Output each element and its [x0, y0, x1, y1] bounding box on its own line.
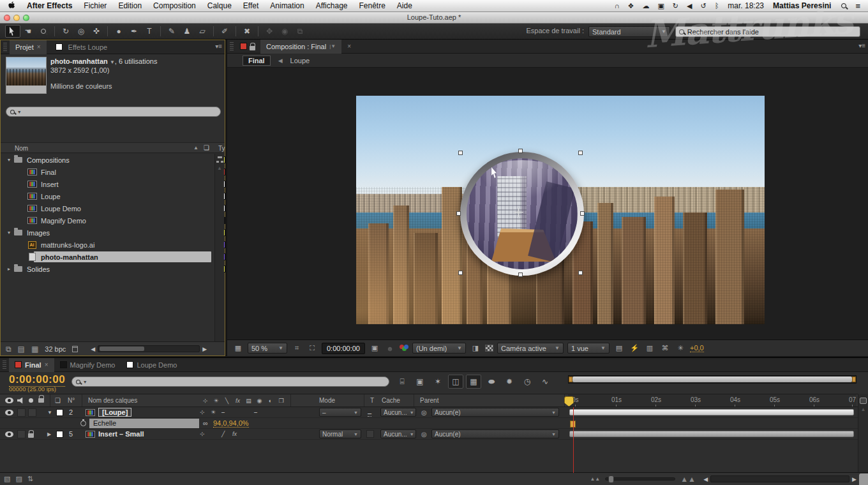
- sync-icon[interactable]: ↻: [673, 2, 678, 10]
- parent-pickwhip-icon[interactable]: ◎: [421, 429, 427, 439]
- matte-column[interactable]: Cache: [382, 394, 400, 407]
- property-name[interactable]: Echelle: [89, 418, 199, 428]
- brush-tool[interactable]: ✎: [164, 25, 179, 38]
- tree-item-compositions[interactable]: ▾Compositions: [1, 154, 215, 166]
- panel-grip[interactable]: [230, 42, 234, 51]
- timeline-tab-final[interactable]: Final×: [9, 358, 54, 372]
- bluetooth-icon[interactable]: ᛒ: [715, 2, 719, 10]
- layer-name[interactable]: Insert – Small: [98, 429, 144, 439]
- layer-row-loupe[interactable]: ▼ 2 [Loupe] ⊹ ☀ – – –▼ – Aucun...▼ ◎ Auc…: [0, 407, 868, 418]
- resolution-dropdown[interactable]: (Un demi)▼: [412, 343, 466, 354]
- zoom-slider[interactable]: [605, 477, 675, 481]
- layer-name[interactable]: [Loupe]: [98, 407, 131, 417]
- close-icon[interactable]: ×: [45, 361, 49, 368]
- keyframe-track[interactable]: [568, 419, 857, 427]
- marker-bin-icon[interactable]: [860, 398, 867, 404]
- menu-affichage[interactable]: Affichage: [316, 1, 348, 10]
- menu-aide[interactable]: Aide: [397, 1, 412, 10]
- quality-switch-icon[interactable]: ☀: [211, 398, 221, 404]
- parent-dropdown[interactable]: Aucun(e)▼: [431, 429, 559, 439]
- region-of-interest-icon[interactable]: ⛶: [306, 344, 318, 352]
- solo-column-icon[interactable]: [29, 394, 33, 407]
- camera-tool[interactable]: ◎: [73, 25, 89, 38]
- audio-toggle[interactable]: [17, 429, 26, 439]
- tree-item-loupe-demo[interactable]: Loupe Demo: [1, 202, 215, 214]
- layer-label-swatch[interactable]: [56, 407, 63, 417]
- scrollbar-thumb[interactable]: [100, 347, 144, 351]
- menu-after-effects[interactable]: After Effects: [27, 1, 72, 10]
- roto-brush-tool[interactable]: ✐: [217, 25, 232, 38]
- brainstorm-icon[interactable]: ✹: [502, 375, 517, 389]
- type-tool[interactable]: T: [142, 25, 157, 38]
- anchor-switch-icon[interactable]: ⊹: [200, 398, 211, 404]
- parent-dropdown[interactable]: Aucun(e)▼: [431, 407, 559, 417]
- matte-dropdown[interactable]: Aucun...▼: [380, 407, 416, 417]
- scrollbar-track[interactable]: [710, 475, 849, 482]
- mode-column[interactable]: Mode: [319, 394, 335, 407]
- menubar-clock[interactable]: mar. 18:23: [728, 1, 764, 10]
- comp-mini-flowchart-icon[interactable]: ⌸: [394, 375, 410, 389]
- chevron-down-icon[interactable]: |▼: [329, 43, 336, 49]
- hand-tool[interactable]: ☚: [20, 25, 36, 38]
- column-nom[interactable]: Nom: [15, 145, 28, 152]
- magnification-dropdown[interactable]: 50 %▼: [248, 343, 287, 354]
- number-column[interactable]: N°: [68, 394, 75, 407]
- lock-column-icon[interactable]: [38, 394, 44, 407]
- tree-item-photo-manhattan[interactable]: photo-manhattan: [1, 251, 215, 263]
- shy-layers-icon[interactable]: ◫: [448, 375, 463, 389]
- menu-fichier[interactable]: Fichier: [84, 1, 107, 10]
- selection-handle[interactable]: [578, 151, 583, 155]
- tree-item-final[interactable]: Final: [1, 166, 215, 178]
- channels-icon[interactable]: [400, 345, 408, 352]
- breadcrumb-current[interactable]: Final: [243, 56, 271, 66]
- twirl-icon[interactable]: ▾: [6, 157, 12, 163]
- expand-inout-icon[interactable]: ⇅: [27, 475, 33, 483]
- layer-bar-insert[interactable]: [568, 430, 857, 438]
- video-column-icon[interactable]: [5, 394, 13, 407]
- menu-fenêtre[interactable]: Fenêtre: [359, 1, 385, 10]
- tree-item-loupe[interactable]: Loupe: [1, 190, 215, 202]
- quality-switch[interactable]: ☀: [211, 407, 221, 417]
- anchor-switch[interactable]: ⊹: [200, 407, 211, 417]
- headphones-icon[interactable]: ∩: [615, 2, 620, 10]
- work-area-end-handle[interactable]: [852, 377, 856, 382]
- solo-toggle[interactable]: [28, 407, 36, 417]
- comp-timecode[interactable]: 0:00:00:00: [322, 343, 365, 354]
- threed-switch-icon[interactable]: ❒: [276, 398, 287, 404]
- preserve-transparency-toggle[interactable]: [366, 429, 374, 439]
- project-search-field[interactable]: ▼: [6, 107, 221, 117]
- stopwatch-icon[interactable]: [80, 418, 86, 428]
- property-row-echelle[interactable]: Echelle ∞ 94,0,94,0%: [0, 418, 868, 429]
- effects-switch-icon[interactable]: ╲: [221, 398, 232, 404]
- scroll-right-icon[interactable]: ▶: [849, 476, 859, 482]
- work-area[interactable]: [568, 375, 857, 384]
- transparency-grid-icon[interactable]: [485, 345, 493, 352]
- selection-handle[interactable]: [456, 211, 461, 216]
- footage-name-line[interactable]: photo-manhattan ▼, 6 utilisations: [50, 57, 157, 65]
- parent-pickwhip-icon[interactable]: ◎: [421, 407, 427, 417]
- always-preview-icon[interactable]: ▦: [232, 344, 244, 352]
- anchor-switch[interactable]: ⊹: [200, 429, 211, 439]
- selection-handle[interactable]: [578, 271, 583, 275]
- mode-dropdown[interactable]: –▼: [319, 407, 361, 417]
- layer-row-insert-small[interactable]: ▶ 5 Insert – Small ⊹ ╱ fx Normal▼ Aucun.…: [0, 429, 868, 440]
- breadcrumb-parent[interactable]: Loupe: [290, 57, 310, 64]
- fx-switch[interactable]: fx: [232, 429, 243, 439]
- fx-switch-icon[interactable]: fx: [232, 398, 243, 404]
- scroll-right-icon[interactable]: ▶: [200, 346, 209, 352]
- layer-label-swatch[interactable]: [56, 429, 63, 439]
- auto-keyframe-icon[interactable]: ◷: [520, 375, 535, 389]
- reset-exposure-icon[interactable]: ▥: [644, 344, 655, 352]
- panel-menu-icon[interactable]: ▾≡: [858, 42, 865, 49]
- scroll-left-icon[interactable]: ◀: [701, 476, 710, 482]
- twirl-icon[interactable]: ▼: [47, 407, 52, 417]
- eye-icon[interactable]: [5, 407, 13, 417]
- menubar-user[interactable]: Mattias Peresini: [773, 1, 831, 10]
- new-composition-icon[interactable]: ▦: [31, 345, 38, 354]
- close-icon[interactable]: ×: [37, 43, 41, 50]
- help-search-field[interactable]: [675, 26, 860, 37]
- graph-editor-icon[interactable]: ∿: [537, 375, 553, 389]
- audio-column-icon[interactable]: [17, 394, 24, 407]
- project-search-input[interactable]: [24, 108, 216, 116]
- project-hscrollbar[interactable]: ◀ ▶: [88, 345, 209, 352]
